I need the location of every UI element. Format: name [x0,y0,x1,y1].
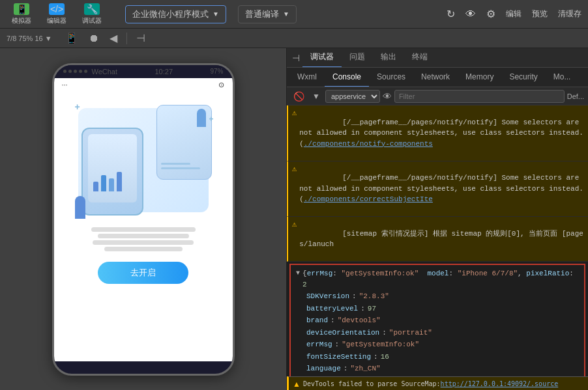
app-name: WeChat [92,68,118,76]
eye-icon[interactable]: 👁 [383,91,392,102]
compile-selector[interactable]: 普通编译 ▼ [238,5,297,23]
field-batterylevel: batteryLevel: 97 [306,303,579,315]
toolbar-right: ↻ 👁 ⚙ 编辑 预览 清缓存 [447,8,581,20]
status-battery: 97% [210,68,223,75]
fail-link[interactable]: http://127.0.0.1:49092/.source [441,380,559,387]
tab-wxml-label: Wxml [297,72,317,81]
default-label: Def... [567,92,584,100]
page-info: 7/8 75% 16 ▼ [7,35,52,42]
illus-right [156,105,212,180]
signal-dot-5 [84,70,87,73]
settings-icon[interactable]: ⚙ [486,8,495,20]
record-icon[interactable]: ⏺ [85,31,103,46]
debugger-icon: 🔧 [84,3,100,15]
dock-icon[interactable]: ⊣ [132,31,149,46]
console-warning-2: ⚠ [/__pageframe__/pages/notify/notify] S… [287,161,588,217]
obj-expand-icon[interactable]: ▼ [296,268,300,290]
back-icon[interactable]: ◀ [106,31,121,46]
warn-icon-3: ⚠ [292,219,297,230]
fail-text: DevTools failed to parse SourceMap: [303,380,441,387]
phone-content: + + 去开启 [54,92,233,361]
field-deviceorientation: deviceOrientation: "portrait" [306,327,579,339]
tab-left-arrow[interactable]: ⊣ [289,53,302,63]
phone-more-icon[interactable]: ⊙ [218,81,224,89]
tab-network[interactable]: Network [413,68,458,87]
tab-issues[interactable]: 问题 [342,48,373,68]
illus-phone [81,128,143,216]
tab-network-label: Network [421,72,450,81]
obj-header: ▼ {errMsg: "getSystemInfo:ok" model: "iP… [296,268,579,290]
tab-more[interactable]: Mo... [546,68,579,87]
phone-container: WeChat 10:27 97% ··· ⊙ [0,48,286,390]
phone-frame: WeChat 10:27 97% ··· ⊙ [52,63,235,376]
obj-header-text: {errMsg: "getSystemInfo:ok" model: "iPho… [302,268,579,290]
tab-memory[interactable]: Memory [458,68,501,87]
signal-dot-2 [68,70,72,73]
person-left [75,196,85,219]
separator [126,33,127,44]
phone-status-left: WeChat [63,68,118,76]
signal-dot-1 [63,70,66,73]
text-blur-4 [104,247,183,251]
editor-icon: </> [49,3,65,15]
fail-warn-icon: ▲ [293,380,301,389]
simulator-label: 模拟器 [12,16,31,25]
warning-text-3: [sitemap 索引情况提示] 根据 sitemap 的规则[0], 当前页面… [299,217,584,260]
editor-btn[interactable]: </> 编辑器 [42,1,72,28]
mobile-icon[interactable]: 📱 [61,31,82,46]
field-sdkversion: SDKVersion: "2.8.3" [306,290,579,303]
signal-dot-3 [74,70,77,73]
illus-screen [88,134,137,202]
phone-status-bar: WeChat 10:27 97% [54,65,233,78]
text-blur-2 [98,234,189,238]
devtools-tabs: ⊣ 调试器 问题 输出 终端 [287,48,588,68]
console-toolbar: 🚫 ▼ appservice 👁 Def... [287,87,588,105]
plus1: + [75,102,80,112]
illustration: + + [72,102,215,219]
phone-action-button[interactable]: 去开启 [98,262,188,284]
simulator-btn[interactable]: 📱 模拟器 [7,1,37,28]
top-toolbar: 📱 模拟器 </> 编辑器 🔧 调试器 企业微信小程序模式 ▼ 普通编译 ▼ ↻… [0,0,588,29]
console-warning-1: ⚠ [/__pageframe__/pages/notify/notify] S… [287,105,588,161]
tab-terminal[interactable]: 终端 [404,48,435,68]
clear-console-btn[interactable]: 🚫 [291,90,307,103]
console-warning-3: ⚠ [sitemap 索引情况提示] 根据 sitemap 的规则[0], 当前… [287,217,588,262]
bar1 [93,182,98,191]
text-blur-1 [91,227,196,232]
warn-icon-1: ⚠ [292,107,297,119]
edit-label[interactable]: 编辑 [506,8,522,20]
filter-input[interactable] [394,90,565,103]
left-panel: WeChat 10:27 97% ··· ⊙ [0,48,287,390]
tab-issues-label: 问题 [349,51,365,63]
tab-console-label: Console [332,72,361,81]
tab-terminal-label: 终端 [412,51,428,63]
preview-icon[interactable]: 👁 [465,8,476,20]
tab-output-label: 输出 [381,51,396,63]
clear-label[interactable]: 清缓存 [558,8,581,20]
tab-console[interactable]: Console [325,68,369,87]
context-select[interactable]: appservice [325,90,380,103]
tab-sources[interactable]: Sources [369,68,413,87]
tab-security[interactable]: Security [501,68,545,87]
phone-menu-icon[interactable]: ··· [62,81,68,89]
tab-security-label: Security [509,72,537,81]
mode-selector[interactable]: 企业微信小程序模式 ▼ [125,5,226,23]
tab-more-label: Mo... [553,72,571,81]
tab-debugger[interactable]: 调试器 [302,48,342,68]
console-output[interactable]: ⚠ [/__pageframe__/pages/notify/notify] S… [287,105,588,376]
bar3 [109,178,114,191]
text-blur-3 [93,240,194,245]
preview-label[interactable]: 预览 [532,8,548,20]
compile-chevron-icon: ▼ [283,10,289,18]
console-object-block: ▼ {errMsg: "getSystemInfo:ok" model: "iP… [289,264,585,376]
field-fontsizesetting: fontSizeSetting: 16 [306,351,579,363]
field-brand: brand: "devtools" [306,314,579,327]
mode-chevron-icon: ▼ [213,10,219,18]
tab-output[interactable]: 输出 [373,48,404,68]
tab-wxml[interactable]: Wxml [289,68,325,87]
obj-fields: SDKVersion: "2.8.3" batteryLevel: 97 bra… [296,290,579,376]
line1 [161,167,200,169]
filter-toggle-btn[interactable]: ▼ [310,91,323,102]
debugger-btn[interactable]: 🔧 调试器 [77,1,107,28]
refresh-icon[interactable]: ↻ [447,8,455,20]
